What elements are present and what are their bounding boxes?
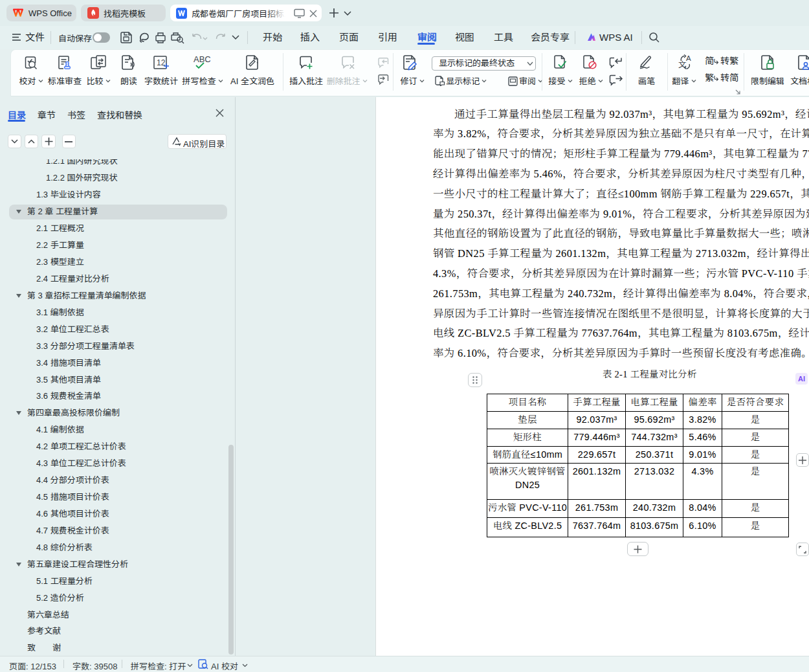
svg-text:ABC: ABC	[194, 54, 211, 64]
svg-text:A: A	[686, 54, 691, 62]
